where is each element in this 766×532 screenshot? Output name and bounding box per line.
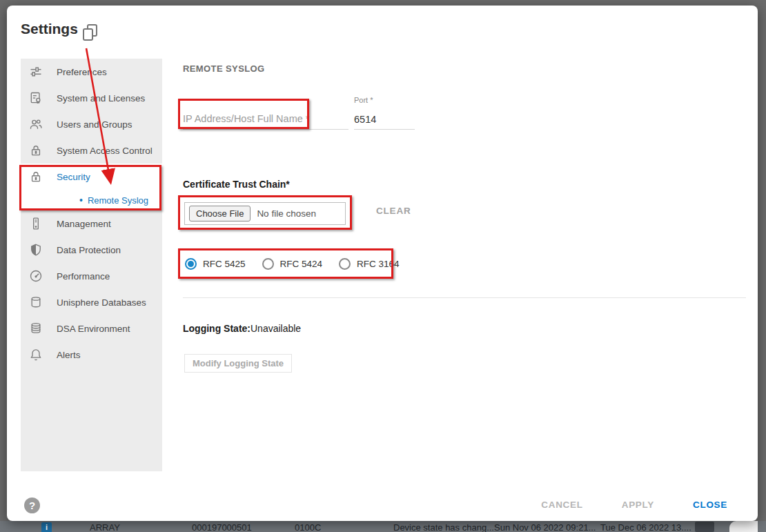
sidebar-item-dsa-environment[interactable]: DSA Environment [21, 315, 162, 342]
dimmed-block [695, 522, 714, 532]
sidebar-item-label: Unisphere Databases [57, 297, 146, 308]
bell-icon [29, 348, 43, 362]
sidebar-item-label: System Access Control [57, 146, 153, 156]
cancel-button[interactable]: CANCEL [541, 500, 582, 510]
radio-rfc-3164[interactable]: RFC 3164 [339, 258, 400, 270]
help-icon[interactable]: ? [24, 497, 40, 513]
modify-logging-state-button[interactable]: Modify Logging State [184, 354, 292, 373]
sidebar-item-label: Management [57, 219, 111, 229]
radio-icon[interactable] [339, 258, 351, 270]
database-stack-icon [29, 322, 43, 335]
copy-icon[interactable] [81, 23, 98, 41]
sliders-icon [29, 65, 43, 79]
bg-cell-message: Device state has chang... [393, 522, 494, 532]
license-icon [29, 91, 43, 105]
bg-cell-date2: Tue Dec 06 2022 13.... [600, 522, 691, 532]
sidebar-item-label: Data Protection [57, 245, 121, 255]
page-corner [729, 521, 758, 532]
sidebar-item-management[interactable]: Management [21, 210, 162, 237]
settings-dialog: Settings Preferences [7, 6, 758, 521]
choose-file-button[interactable]: Choose File [189, 206, 251, 221]
sidebar-item-label: Users and Groups [57, 119, 132, 130]
section-divider [183, 297, 746, 298]
certificate-trust-chain-label: Certificate Trust Chain* [183, 179, 290, 190]
sidebar-item-preferences[interactable]: Preferences [21, 59, 162, 85]
port-label: Port * [354, 96, 373, 104]
dialog-title: Settings [21, 21, 78, 37]
sidebar-item-label: System and Licenses [57, 93, 145, 104]
page-title: REMOTE SYSLOG [183, 63, 265, 74]
logging-state-value: Unavailable [251, 323, 301, 334]
logging-state-label: Logging State: [183, 323, 251, 334]
sidebar-item-performance[interactable]: Performance [21, 263, 162, 289]
lock-icon [29, 144, 43, 157]
sidebar-item-label: Security [57, 172, 90, 182]
sidebar-security-group: Security • Remote Syslog [21, 164, 162, 210]
radio-label: RFC 5425 [203, 259, 246, 269]
bullet-icon: • [79, 195, 83, 206]
logging-state-line: Logging State:Unavailable [183, 323, 301, 334]
radio-rfc-5424[interactable]: RFC 5424 [262, 258, 323, 270]
sidebar-item-data-protection[interactable]: Data Protection [21, 237, 162, 263]
lock-icon [29, 170, 43, 184]
bg-cell-type: ARRAY [90, 522, 120, 532]
footer-buttons: CANCEL APPLY CLOSE [541, 500, 727, 510]
rfc-radio-group: RFC 5425 RFC 5424 RFC 3164 [185, 258, 416, 270]
certificate-file-input[interactable]: Choose File No file chosen [184, 202, 346, 225]
shield-icon [29, 243, 43, 257]
apply-button[interactable]: APPLY [622, 500, 654, 510]
radio-icon[interactable] [262, 258, 274, 270]
info-icon: i [41, 522, 52, 532]
sidebar-item-label: Preferences [57, 67, 107, 77]
dimmed-background-row: i ARRAY 000197000501 0100C Device state … [0, 521, 766, 532]
sidebar-item-label: Performance [57, 271, 110, 282]
sidebar: Preferences System and Licenses [21, 59, 162, 471]
radio-rfc-5425[interactable]: RFC 5425 [185, 258, 246, 270]
sidebar-item-remote-syslog[interactable]: • Remote Syslog [21, 190, 162, 210]
users-icon [29, 117, 43, 131]
radio-icon[interactable] [185, 258, 197, 270]
sidebar-item-system-and-licenses[interactable]: System and Licenses [21, 85, 162, 111]
radio-label: RFC 5424 [280, 259, 323, 269]
radio-label: RFC 3164 [357, 259, 400, 269]
database-icon [29, 295, 43, 309]
bg-cell-date1: Sun Nov 06 2022 09:21... [494, 522, 596, 532]
server-icon [29, 217, 43, 230]
sidebar-item-system-access-control[interactable]: System Access Control [21, 137, 162, 164]
sidebar-item-security[interactable]: Security [21, 164, 162, 190]
bg-cell-serial: 000197000501 [192, 522, 252, 532]
ip-address-input[interactable] [183, 108, 348, 130]
sidebar-item-label: DSA Environment [57, 324, 130, 334]
bg-cell-id: 0100C [295, 522, 321, 532]
sidebar-subitem-label: Remote Syslog [88, 195, 148, 206]
sidebar-item-unisphere-databases[interactable]: Unisphere Databases [21, 289, 162, 315]
file-status-text: No file chosen [257, 208, 316, 219]
sidebar-item-users-and-groups[interactable]: Users and Groups [21, 111, 162, 137]
clear-button[interactable]: CLEAR [376, 206, 411, 216]
sidebar-item-alerts[interactable]: Alerts [21, 342, 162, 368]
close-button[interactable]: CLOSE [693, 500, 727, 510]
port-input[interactable] [354, 109, 415, 130]
sidebar-item-label: Alerts [57, 350, 81, 360]
gauge-icon [29, 269, 43, 283]
